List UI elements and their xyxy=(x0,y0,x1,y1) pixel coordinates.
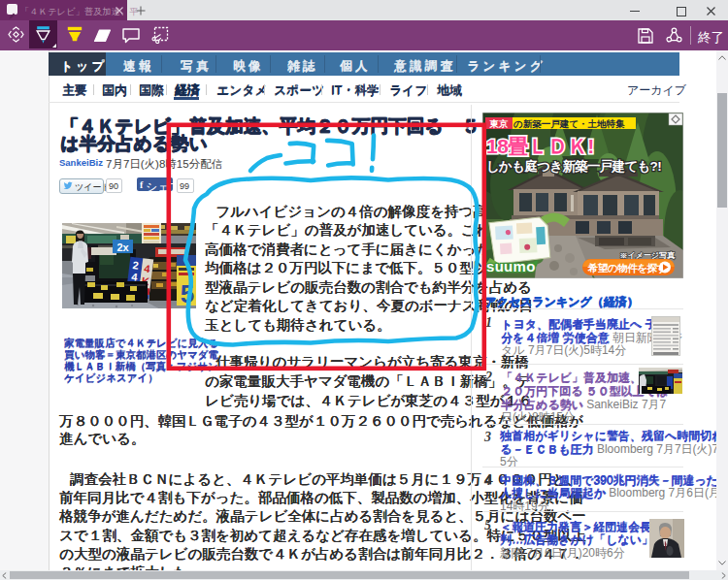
svg-text:の新築一戸建て・土地特集: の新築一戸建て・土地特集 xyxy=(513,118,625,129)
svg-text:しかも庭つき新築一戸建ても?!: しかも庭つき新築一戸建ても?! xyxy=(486,159,661,174)
svg-text:18畳ＬＤＫ!: 18畳ＬＤＫ! xyxy=(486,135,594,157)
svg-text:5: 5 xyxy=(181,279,194,308)
svg-text:※イメージ写真: ※イメージ写真 xyxy=(619,251,676,260)
svg-text:希望の物件を探す: 希望の物件を探す xyxy=(587,262,667,274)
svg-text:suumo: suumo xyxy=(486,258,536,274)
svg-text:2x: 2x xyxy=(116,242,129,253)
svg-text:東京: 東京 xyxy=(489,118,510,129)
